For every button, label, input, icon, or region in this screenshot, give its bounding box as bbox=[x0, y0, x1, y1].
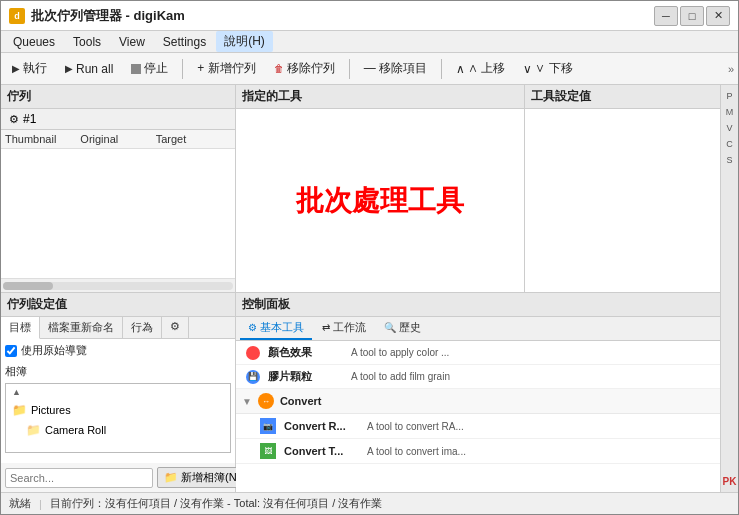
stop-icon bbox=[131, 64, 141, 74]
rt-pk-icon[interactable]: PK bbox=[723, 474, 737, 488]
rt-meta-icon[interactable]: M bbox=[723, 105, 737, 119]
horizontal-scrollbar[interactable] bbox=[1, 278, 235, 292]
search-input[interactable] bbox=[5, 468, 153, 488]
tab-rename[interactable]: 檔案重新命名 bbox=[40, 317, 123, 338]
ready-label: 就緒 bbox=[9, 496, 31, 511]
convert-raw-item[interactable]: 📷 Convert R... A tool to convert RA... bbox=[236, 414, 720, 439]
menu-bar: Queues Tools View Settings 說明(H) bbox=[1, 31, 738, 53]
queue-settings-panel: 佇列設定值 目標 檔案重新命名 行為 ⚙ 使用原始導覽 相簿 bbox=[1, 293, 236, 492]
tab-history[interactable]: 🔍 歷史 bbox=[376, 317, 429, 340]
film-grain-name: 膠片顆粒 bbox=[268, 369, 343, 384]
control-panel-content: 顏色效果 A tool to apply color ... 💾 膠片顆粒 A … bbox=[236, 341, 720, 492]
rt-cap-icon[interactable]: C bbox=[723, 137, 737, 151]
move-up-button[interactable]: ∧ ∧ 上移 bbox=[449, 56, 512, 81]
run-label: 執行 bbox=[23, 60, 47, 77]
history-icon: 🔍 bbox=[384, 322, 396, 333]
gear-icon: ⚙ bbox=[9, 113, 19, 126]
control-panel-tabs: ⚙ 基本工具 ⇄ 工作流 🔍 歷史 bbox=[236, 317, 720, 341]
tool-settings-content bbox=[525, 109, 720, 292]
trash-icon: 🗑 bbox=[274, 63, 284, 74]
scroll-thumb[interactable] bbox=[3, 282, 53, 290]
remove-item-button[interactable]: — 移除項目 bbox=[357, 56, 434, 81]
use-original-label: 使用原始導覽 bbox=[21, 343, 87, 358]
tab-workflow[interactable]: ⇄ 工作流 bbox=[314, 317, 374, 340]
title-bar: d 批次佇列管理器 - digiKam ─ □ ✕ bbox=[1, 1, 738, 31]
queue-settings-content: 使用原始導覽 相簿 ▲ 📁 Pictures bbox=[1, 339, 235, 463]
tool-settings-panel: 工具設定值 bbox=[525, 85, 720, 292]
menu-tools[interactable]: Tools bbox=[65, 33, 109, 51]
convert-image-item[interactable]: 🖼 Convert T... A tool to convert ima... bbox=[236, 439, 720, 464]
stop-button[interactable]: 停止 bbox=[124, 56, 175, 81]
use-original-checkbox[interactable] bbox=[5, 345, 17, 357]
separator-2 bbox=[349, 59, 350, 79]
film-grain-item[interactable]: 💾 膠片顆粒 A tool to add film grain bbox=[236, 365, 720, 389]
main-area: 佇列 ⚙ #1 Thumbnail Original Target bbox=[1, 85, 738, 492]
add-queue-button[interactable]: + 新增佇列 bbox=[190, 56, 262, 81]
color-effects-item[interactable]: 顏色效果 A tool to apply color ... bbox=[236, 341, 720, 365]
rt-sim-icon[interactable]: S bbox=[723, 153, 737, 167]
main-window: d 批次佇列管理器 - digiKam ─ □ ✕ Queues Tools V… bbox=[0, 0, 739, 515]
film-grain-icon: 💾 bbox=[246, 370, 260, 384]
queue-settings-bottom: 📁 新增相簿(N) bbox=[1, 463, 235, 492]
queue-table-header: Thumbnail Original Target bbox=[1, 130, 235, 149]
new-album-button[interactable]: 📁 新增相簿(N) bbox=[157, 467, 247, 488]
convert-raw-desc: A tool to convert RA... bbox=[367, 421, 710, 432]
minimize-button[interactable]: ─ bbox=[654, 6, 678, 26]
folder-list: ▲ 📁 Pictures 📁 Camera Roll bbox=[5, 383, 231, 453]
close-button[interactable]: ✕ bbox=[706, 6, 730, 26]
menu-settings[interactable]: Settings bbox=[155, 33, 214, 51]
queue-settings-tabs: 目標 檔案重新命名 行為 ⚙ bbox=[1, 317, 235, 339]
window-title: 批次佇列管理器 - digiKam bbox=[31, 7, 648, 25]
run-all-button[interactable]: ▶ Run all bbox=[58, 58, 120, 80]
folder-pictures[interactable]: 📁 Pictures bbox=[6, 400, 230, 420]
tab-settings-gear[interactable]: ⚙ bbox=[162, 317, 189, 338]
folder-pictures-name: Pictures bbox=[31, 404, 71, 416]
folder-icon-camera-roll: 📁 bbox=[26, 423, 41, 437]
convert-group-header[interactable]: ▼ ↔ Convert bbox=[236, 389, 720, 414]
arrow-up-icon: ∧ bbox=[456, 62, 465, 76]
folder-camera-roll[interactable]: 📁 Camera Roll bbox=[6, 420, 230, 440]
menu-view[interactable]: View bbox=[111, 33, 153, 51]
folder-label: 相簿 bbox=[5, 364, 231, 379]
convert-raw-name: Convert R... bbox=[284, 420, 359, 432]
stop-label: 停止 bbox=[144, 60, 168, 77]
queue-panel: 佇列 ⚙ #1 Thumbnail Original Target bbox=[1, 85, 236, 292]
convert-expand-icon: ▼ bbox=[242, 396, 252, 407]
tab-behavior[interactable]: 行為 bbox=[123, 317, 162, 338]
toolbar-overflow[interactable]: » bbox=[728, 63, 734, 75]
rt-ver-icon[interactable]: V bbox=[723, 121, 737, 135]
remove-queue-button[interactable]: 🗑 移除佇列 bbox=[267, 56, 342, 81]
col-thumbnail: Thumbnail bbox=[5, 133, 80, 145]
queue-tab[interactable]: ⚙ #1 bbox=[1, 109, 235, 130]
menu-help[interactable]: 說明(H) bbox=[216, 31, 273, 52]
use-original-checkbox-row: 使用原始導覽 bbox=[5, 343, 231, 358]
run-button[interactable]: ▶ 執行 bbox=[5, 56, 54, 81]
film-grain-desc: A tool to add film grain bbox=[351, 371, 710, 382]
tab-target[interactable]: 目標 bbox=[1, 317, 40, 339]
convert-image-name: Convert T... bbox=[284, 445, 359, 457]
assigned-tools-panel: 指定的工具 批次處理工具 bbox=[236, 85, 525, 292]
color-effects-name: 顏色效果 bbox=[268, 345, 343, 360]
queue-panel-header: 佇列 bbox=[1, 85, 235, 109]
maximize-button[interactable]: □ bbox=[680, 6, 704, 26]
separator-3 bbox=[441, 59, 442, 79]
rt-prop-icon[interactable]: P bbox=[723, 89, 737, 103]
tool-settings-header: 工具設定值 bbox=[525, 85, 720, 109]
assigned-tools-header: 指定的工具 bbox=[236, 85, 524, 109]
top-panels: 佇列 ⚙ #1 Thumbnail Original Target bbox=[1, 85, 720, 292]
new-album-label: 📁 新增相簿(N) bbox=[164, 470, 240, 485]
app-icon: d bbox=[9, 8, 25, 24]
remove-item-label: — 移除項目 bbox=[364, 60, 427, 77]
bottom-section: 佇列設定值 目標 檔案重新命名 行為 ⚙ 使用原始導覽 相簿 bbox=[1, 292, 720, 492]
content-area: 佇列 ⚙ #1 Thumbnail Original Target bbox=[1, 85, 720, 492]
move-down-button[interactable]: ∨ ∨ 下移 bbox=[516, 56, 579, 81]
folder-expand-arrow: ▲ bbox=[6, 384, 230, 400]
convert-group-label: Convert bbox=[280, 395, 322, 407]
move-up-label: ∧ 上移 bbox=[468, 60, 505, 77]
status-text: 目前佇列：沒有任何項目 / 沒有作業 - Total: 沒有任何項目 / 沒有作… bbox=[50, 496, 382, 511]
queue-content bbox=[1, 149, 235, 278]
tab-basic-tools[interactable]: ⚙ 基本工具 bbox=[240, 317, 312, 340]
workflow-icon: ⇄ bbox=[322, 322, 330, 333]
menu-queues[interactable]: Queues bbox=[5, 33, 63, 51]
move-down-label: ∨ 下移 bbox=[535, 60, 572, 77]
